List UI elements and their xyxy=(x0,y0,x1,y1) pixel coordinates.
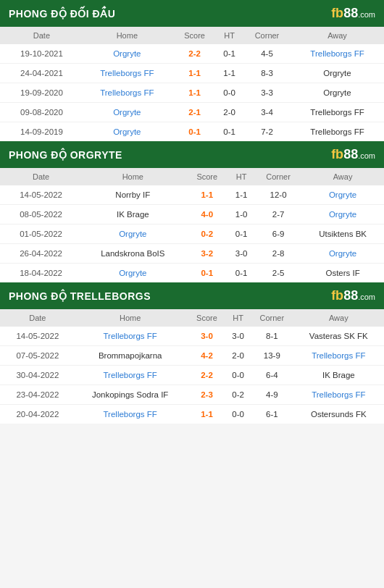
table-row: 01-05-2022Orgryte0-20-16-9Utsiktens BK xyxy=(0,224,384,244)
score-cell: 0-2 xyxy=(186,224,228,244)
date-cell: 24-04-2021 xyxy=(0,64,80,83)
table-row: 30-04-2022Trelleborgs FF2-20-06-4IK Brag… xyxy=(0,366,384,385)
table-row: 18-04-2022Orgryte0-10-12-5Osters IF xyxy=(0,264,384,283)
score-cell: 2-2 xyxy=(174,44,216,64)
corner-cell: 2-7 xyxy=(255,205,301,224)
away-team: IK Brage xyxy=(293,366,384,385)
away-team[interactable]: Trelleborgs FF xyxy=(293,385,384,405)
ht-cell: 2-0 xyxy=(215,103,243,122)
col-header: Away xyxy=(291,27,384,44)
ht-cell: 1-0 xyxy=(228,205,255,224)
score-cell: 2-2 xyxy=(188,366,226,385)
away-team[interactable]: Trelleborgs FF xyxy=(293,346,384,366)
score-cell: 0-1 xyxy=(186,264,228,283)
away-team: Utsiktens BK xyxy=(301,224,384,244)
col-header: Away xyxy=(293,309,384,327)
col-header: HT xyxy=(225,309,251,327)
section-header-trelleborgs-form: PHONG ĐỘ TRELLEBORGS fb88.com xyxy=(0,282,384,309)
score-cell: 1-1 xyxy=(188,405,226,424)
logo: fb88.com xyxy=(331,6,375,21)
date-cell: 01-05-2022 xyxy=(0,224,79,244)
col-header: Date xyxy=(0,27,80,44)
corner-cell: 7-2 xyxy=(243,122,291,142)
ht-cell: 0-0 xyxy=(225,405,251,424)
home-team[interactable]: Orgryte xyxy=(79,224,186,244)
home-team[interactable]: Orgryte xyxy=(80,103,174,122)
away-team: Ostersunds FK xyxy=(293,405,384,424)
home-team: Norrby IF xyxy=(79,185,186,205)
corner-cell: 3-4 xyxy=(243,103,291,122)
ht-cell: 0-2 xyxy=(225,385,251,405)
home-team: Brommapojkarna xyxy=(72,346,188,366)
section-header-orgryte-form: PHONG ĐỘ ORGRYTE fb88.com xyxy=(0,141,384,168)
date-cell: 09-08-2020 xyxy=(0,103,80,122)
ht-cell: 3-0 xyxy=(225,327,251,346)
date-cell: 30-04-2022 xyxy=(0,366,72,385)
ht-cell: 1-1 xyxy=(215,64,243,83)
corner-cell: 8-1 xyxy=(251,327,293,346)
logo: fb88.com xyxy=(331,288,375,303)
col-header: Away xyxy=(301,168,384,185)
col-header: Score xyxy=(188,309,226,327)
table-row: 19-10-2021Orgryte2-20-14-5Trelleborgs FF xyxy=(0,44,384,64)
corner-cell: 3-3 xyxy=(243,83,291,103)
home-team[interactable]: Trelleborgs FF xyxy=(72,405,188,424)
section-title: PHONG ĐỘ ORGRYTE xyxy=(9,149,122,161)
table-row: 26-04-2022Landskrona BoIS3-23-02-8Orgryt… xyxy=(0,244,384,264)
col-header: Score xyxy=(186,168,228,185)
table-row: 08-05-2022IK Brage4-01-02-7Orgryte xyxy=(0,205,384,224)
home-team[interactable]: Trelleborgs FF xyxy=(80,64,174,83)
ht-cell: 0-0 xyxy=(225,366,251,385)
date-cell: 08-05-2022 xyxy=(0,205,79,224)
away-team[interactable]: Orgryte xyxy=(301,244,384,264)
col-header: Score xyxy=(174,27,216,44)
score-cell: 2-3 xyxy=(188,385,226,405)
score-cell: 3-2 xyxy=(186,244,228,264)
away-team[interactable]: Trelleborgs FF xyxy=(291,44,384,64)
home-team[interactable]: Orgryte xyxy=(80,122,174,142)
score-cell: 4-2 xyxy=(188,346,226,366)
corner-cell: 2-5 xyxy=(255,264,301,283)
corner-cell: 6-1 xyxy=(251,405,293,424)
home-team[interactable]: Trelleborgs FF xyxy=(80,83,174,103)
away-team[interactable]: Orgryte xyxy=(301,185,384,205)
away-team: Osters IF xyxy=(301,264,384,283)
ht-cell: 0-0 xyxy=(215,83,243,103)
col-header: Date xyxy=(0,168,79,185)
col-header: Corner xyxy=(243,27,291,44)
away-team: Orgryte xyxy=(291,83,384,103)
section-header-head-to-head: PHONG ĐỘ ĐỐI ĐẦU fb88.com xyxy=(0,0,384,27)
date-cell: 26-04-2022 xyxy=(0,244,79,264)
col-header: Corner xyxy=(255,168,301,185)
corner-cell: 2-8 xyxy=(255,244,301,264)
ht-cell: 0-1 xyxy=(228,224,255,244)
home-team[interactable]: Trelleborgs FF xyxy=(72,327,188,346)
ht-cell: 3-0 xyxy=(228,244,255,264)
corner-cell: 4-5 xyxy=(243,44,291,64)
ht-cell: 0-1 xyxy=(228,264,255,283)
col-header: HT xyxy=(228,168,255,185)
score-cell: 0-1 xyxy=(174,122,216,142)
table-orgryte-form: DateHomeScoreHTCornerAway14-05-2022Norrb… xyxy=(0,168,384,282)
away-team[interactable]: Orgryte xyxy=(301,205,384,224)
ht-cell: 0-1 xyxy=(215,122,243,142)
home-team[interactable]: Orgryte xyxy=(79,264,186,283)
section-title: PHONG ĐỘ TRELLEBORGS xyxy=(9,290,151,302)
score-cell: 4-0 xyxy=(186,205,228,224)
home-team[interactable]: Orgryte xyxy=(80,44,174,64)
date-cell: 14-09-2019 xyxy=(0,122,80,142)
score-cell: 1-1 xyxy=(174,64,216,83)
corner-cell: 12-0 xyxy=(255,185,301,205)
date-cell: 19-10-2021 xyxy=(0,44,80,64)
score-cell: 3-0 xyxy=(188,327,226,346)
table-row: 07-05-2022Brommapojkarna4-22-013-9Trelle… xyxy=(0,346,384,366)
home-team: IK Brage xyxy=(79,205,186,224)
ht-cell: 2-0 xyxy=(225,346,251,366)
home-team[interactable]: Trelleborgs FF xyxy=(72,366,188,385)
col-header: HT xyxy=(215,27,243,44)
corner-cell: 6-4 xyxy=(251,366,293,385)
corner-cell: 6-9 xyxy=(255,224,301,244)
date-cell: 19-09-2020 xyxy=(0,83,80,103)
score-cell: 1-1 xyxy=(174,83,216,103)
corner-cell: 4-9 xyxy=(251,385,293,405)
